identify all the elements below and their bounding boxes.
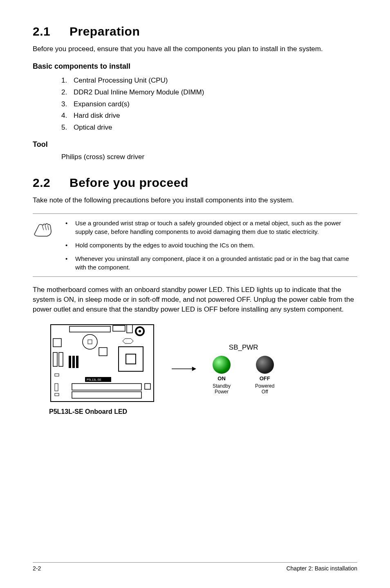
section-title: Before you proceed bbox=[69, 176, 188, 189]
basic-components-heading: Basic components to install bbox=[33, 62, 357, 71]
svg-rect-19 bbox=[145, 384, 150, 389]
svg-rect-11 bbox=[69, 326, 110, 332]
led-on-sub: StandbyPower bbox=[213, 383, 231, 395]
svg-rect-13 bbox=[127, 325, 132, 333]
arrow-icon bbox=[172, 365, 196, 373]
list-item: 3.Expansion card(s) bbox=[61, 99, 357, 110]
section-title: Preparation bbox=[69, 25, 140, 38]
svg-rect-22 bbox=[55, 374, 59, 376]
led-off-sub: PoweredOff bbox=[255, 383, 274, 395]
svg-rect-4 bbox=[126, 354, 136, 364]
list-item: 5.Optical drive bbox=[61, 122, 357, 134]
list-item: 4.Hard disk drive bbox=[61, 110, 357, 122]
note-item: •Use a grounded wrist strap or touch a s… bbox=[65, 219, 357, 236]
svg-rect-21 bbox=[55, 393, 59, 396]
svg-point-14 bbox=[83, 334, 97, 349]
diagram-caption: P5L13L-SE Onboard LED bbox=[49, 408, 155, 415]
note-item: •Whenever you uninstall any component, p… bbox=[65, 254, 357, 272]
section2-intro: Take note of the following precautions b… bbox=[33, 195, 357, 205]
section-heading-2-1: 2.1Preparation bbox=[33, 25, 357, 38]
note-content: •Use a grounded wrist strap or touch a s… bbox=[65, 219, 357, 272]
section2-body: The motherboard comes with an onboard st… bbox=[33, 285, 357, 314]
section-num: 2.1 bbox=[33, 25, 69, 38]
svg-rect-7 bbox=[59, 352, 63, 366]
led-on-icon bbox=[213, 356, 231, 374]
tool-heading: Tool bbox=[33, 140, 357, 149]
svg-rect-3 bbox=[119, 347, 143, 371]
diagram-row: P5L13L-SE P5L13L-SE Onboard LED SB_PWR O… bbox=[49, 322, 357, 415]
section-num: 2.2 bbox=[33, 176, 69, 190]
note-box: •Use a grounded wrist strap or touch a s… bbox=[33, 213, 357, 277]
svg-rect-10 bbox=[76, 356, 78, 368]
svg-marker-26 bbox=[192, 367, 196, 371]
led-on-col: ON StandbyPower bbox=[213, 356, 231, 395]
list-item: 2.DDR2 Dual Inline Memory Module (DIMM) bbox=[61, 87, 357, 99]
section-heading-2-2: 2.2Before you proceed bbox=[33, 176, 357, 190]
svg-point-2 bbox=[139, 330, 141, 332]
hand-note-icon bbox=[33, 219, 57, 272]
svg-rect-15 bbox=[88, 340, 92, 344]
svg-rect-17 bbox=[72, 384, 141, 390]
chapter-label: Chapter 2: Basic installation bbox=[286, 565, 357, 572]
note-item: •Hold components by the edges to avoid t… bbox=[65, 241, 357, 249]
motherboard-diagram: P5L13L-SE P5L13L-SE Onboard LED bbox=[49, 322, 155, 415]
svg-text:P5L13L-SE: P5L13L-SE bbox=[87, 378, 101, 381]
led-on-label: ON bbox=[217, 375, 226, 382]
led-off-col: OFF PoweredOff bbox=[255, 356, 274, 395]
components-list: 1.Central Processing Unit (CPU) 2.DDR2 D… bbox=[61, 75, 357, 134]
svg-rect-20 bbox=[55, 384, 58, 391]
svg-rect-6 bbox=[53, 352, 57, 366]
svg-rect-5 bbox=[53, 339, 61, 347]
svg-rect-9 bbox=[72, 356, 75, 368]
svg-rect-16 bbox=[99, 348, 107, 356]
page-footer: 2-2 Chapter 2: Basic installation bbox=[33, 562, 357, 572]
list-item: 1.Central Processing Unit (CPU) bbox=[61, 75, 357, 87]
svg-rect-12 bbox=[113, 325, 125, 331]
section1-intro: Before you proceed, ensure that you have… bbox=[33, 44, 357, 54]
led-indicator-block: SB_PWR ON StandbyPower OFF PoweredOff bbox=[213, 343, 274, 395]
led-off-icon bbox=[256, 356, 274, 374]
sb-pwr-label: SB_PWR bbox=[229, 343, 258, 352]
svg-rect-18 bbox=[72, 392, 141, 398]
led-off-label: OFF bbox=[260, 375, 270, 382]
svg-rect-8 bbox=[69, 356, 71, 368]
page-number: 2-2 bbox=[33, 565, 41, 572]
tool-text: Philips (cross) screw driver bbox=[61, 153, 357, 161]
